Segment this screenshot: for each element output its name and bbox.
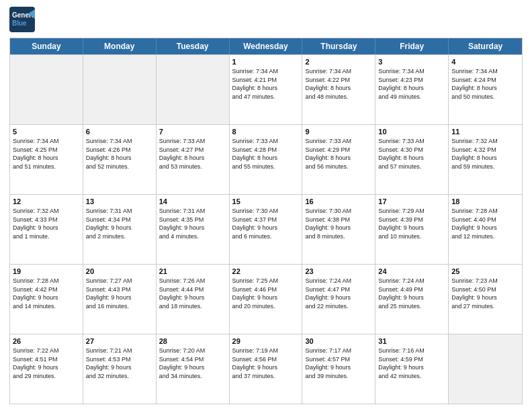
cell-details: Sunrise: 7:34 AM Sunset: 4:21 PM Dayligh… <box>232 67 300 101</box>
calendar-row-3: 12Sunrise: 7:32 AM Sunset: 4:33 PM Dayli… <box>10 194 522 264</box>
cell-details: Sunrise: 7:32 AM Sunset: 4:32 PM Dayligh… <box>451 137 519 171</box>
day-number: 28 <box>159 336 226 346</box>
calendar: SundayMondayTuesdayWednesdayThursdayFrid… <box>9 38 523 404</box>
calendar-cell <box>10 55 83 124</box>
header-day-wednesday: Wednesday <box>230 38 303 54</box>
day-number: 8 <box>232 127 300 136</box>
day-number: 12 <box>13 197 80 206</box>
cell-details: Sunrise: 7:24 AM Sunset: 4:47 PM Dayligh… <box>305 277 372 310</box>
day-number: 15 <box>232 197 300 206</box>
cell-details: Sunrise: 7:34 AM Sunset: 4:25 PM Dayligh… <box>13 137 80 171</box>
day-number: 29 <box>232 336 300 346</box>
calendar-row-1: 1Sunrise: 7:34 AM Sunset: 4:21 PM Daylig… <box>10 54 522 124</box>
cell-details: Sunrise: 7:30 AM Sunset: 4:37 PM Dayligh… <box>232 207 300 240</box>
cell-details: Sunrise: 7:29 AM Sunset: 4:39 PM Dayligh… <box>378 207 445 240</box>
cell-details: Sunrise: 7:28 AM Sunset: 4:42 PM Dayligh… <box>13 277 80 310</box>
cell-details: Sunrise: 7:33 AM Sunset: 4:29 PM Dayligh… <box>305 137 372 171</box>
day-number: 14 <box>159 197 226 206</box>
day-number: 23 <box>305 267 372 276</box>
day-number: 20 <box>86 267 153 276</box>
calendar-cell <box>449 334 522 404</box>
header-day-friday: Friday <box>375 38 449 54</box>
calendar-cell: 19Sunrise: 7:28 AM Sunset: 4:42 PM Dayli… <box>10 265 83 334</box>
cell-details: Sunrise: 7:27 AM Sunset: 4:43 PM Dayligh… <box>86 277 153 310</box>
day-number: 13 <box>86 197 153 206</box>
day-number: 26 <box>13 336 80 346</box>
cell-details: Sunrise: 7:34 AM Sunset: 4:26 PM Dayligh… <box>86 137 153 171</box>
calendar-cell: 11Sunrise: 7:32 AM Sunset: 4:32 PM Dayli… <box>449 125 522 194</box>
calendar-cell: 27Sunrise: 7:21 AM Sunset: 4:53 PM Dayli… <box>83 334 157 404</box>
calendar-cell: 8Sunrise: 7:33 AM Sunset: 4:28 PM Daylig… <box>230 125 303 194</box>
calendar-cell: 24Sunrise: 7:24 AM Sunset: 4:49 PM Dayli… <box>375 265 449 334</box>
calendar-cell: 13Sunrise: 7:31 AM Sunset: 4:34 PM Dayli… <box>83 195 157 264</box>
calendar-cell: 18Sunrise: 7:28 AM Sunset: 4:40 PM Dayli… <box>449 195 522 264</box>
calendar-row-5: 26Sunrise: 7:22 AM Sunset: 4:51 PM Dayli… <box>10 334 522 404</box>
day-number: 11 <box>451 127 519 136</box>
day-number: 9 <box>305 127 372 136</box>
cell-details: Sunrise: 7:23 AM Sunset: 4:50 PM Dayligh… <box>451 277 519 310</box>
cell-details: Sunrise: 7:26 AM Sunset: 4:44 PM Dayligh… <box>159 277 226 310</box>
calendar-cell: 2Sunrise: 7:34 AM Sunset: 4:22 PM Daylig… <box>302 55 375 124</box>
day-number: 24 <box>378 267 445 276</box>
cell-details: Sunrise: 7:34 AM Sunset: 4:23 PM Dayligh… <box>378 67 445 101</box>
cell-details: Sunrise: 7:34 AM Sunset: 4:24 PM Dayligh… <box>451 67 519 101</box>
header-day-tuesday: Tuesday <box>157 38 230 54</box>
calendar-cell <box>157 55 230 124</box>
calendar-cell: 29Sunrise: 7:19 AM Sunset: 4:56 PM Dayli… <box>230 334 303 404</box>
day-number: 30 <box>305 336 372 346</box>
calendar-cell: 7Sunrise: 7:33 AM Sunset: 4:27 PM Daylig… <box>157 125 230 194</box>
calendar-cell: 14Sunrise: 7:31 AM Sunset: 4:35 PM Dayli… <box>157 195 230 264</box>
calendar-cell: 26Sunrise: 7:22 AM Sunset: 4:51 PM Dayli… <box>10 334 83 404</box>
day-number: 18 <box>451 197 519 206</box>
cell-details: Sunrise: 7:34 AM Sunset: 4:22 PM Dayligh… <box>305 67 372 101</box>
cell-details: Sunrise: 7:25 AM Sunset: 4:46 PM Dayligh… <box>232 277 300 310</box>
day-number: 31 <box>378 336 445 346</box>
cell-details: Sunrise: 7:33 AM Sunset: 4:28 PM Dayligh… <box>232 137 300 171</box>
calendar-cell: 4Sunrise: 7:34 AM Sunset: 4:24 PM Daylig… <box>449 55 522 124</box>
day-number: 10 <box>378 127 445 136</box>
calendar-cell: 31Sunrise: 7:16 AM Sunset: 4:59 PM Dayli… <box>375 334 449 404</box>
calendar-cell: 3Sunrise: 7:34 AM Sunset: 4:23 PM Daylig… <box>375 55 449 124</box>
calendar-cell: 25Sunrise: 7:23 AM Sunset: 4:50 PM Dayli… <box>449 265 522 334</box>
day-number: 25 <box>451 267 519 276</box>
page: General Blue SundayMondayTuesdayWednesda… <box>0 0 532 411</box>
day-number: 21 <box>159 267 226 276</box>
calendar-cell: 9Sunrise: 7:33 AM Sunset: 4:29 PM Daylig… <box>302 125 375 194</box>
day-number: 6 <box>86 127 153 136</box>
cell-details: Sunrise: 7:21 AM Sunset: 4:53 PM Dayligh… <box>86 347 153 380</box>
calendar-cell: 20Sunrise: 7:27 AM Sunset: 4:43 PM Dayli… <box>83 265 157 334</box>
day-number: 4 <box>451 57 519 66</box>
calendar-cell: 23Sunrise: 7:24 AM Sunset: 4:47 PM Dayli… <box>302 265 375 334</box>
cell-details: Sunrise: 7:33 AM Sunset: 4:30 PM Dayligh… <box>378 137 445 171</box>
header-day-sunday: Sunday <box>10 38 83 54</box>
day-number: 5 <box>13 127 80 136</box>
calendar-cell: 1Sunrise: 7:34 AM Sunset: 4:21 PM Daylig… <box>230 55 303 124</box>
calendar-cell: 5Sunrise: 7:34 AM Sunset: 4:25 PM Daylig… <box>10 125 83 194</box>
day-number: 16 <box>305 197 372 206</box>
cell-details: Sunrise: 7:24 AM Sunset: 4:49 PM Dayligh… <box>378 277 445 310</box>
calendar-row-4: 19Sunrise: 7:28 AM Sunset: 4:42 PM Dayli… <box>10 264 522 334</box>
header-day-saturday: Saturday <box>449 38 522 54</box>
cell-details: Sunrise: 7:31 AM Sunset: 4:34 PM Dayligh… <box>86 207 153 240</box>
calendar-cell <box>83 55 157 124</box>
cell-details: Sunrise: 7:28 AM Sunset: 4:40 PM Dayligh… <box>451 207 519 240</box>
cell-details: Sunrise: 7:30 AM Sunset: 4:38 PM Dayligh… <box>305 207 372 240</box>
day-number: 22 <box>232 267 300 276</box>
day-number: 7 <box>159 127 226 136</box>
header: General Blue <box>9 7 523 32</box>
calendar-cell: 10Sunrise: 7:33 AM Sunset: 4:30 PM Dayli… <box>375 125 449 194</box>
calendar-header-row: SundayMondayTuesdayWednesdayThursdayFrid… <box>10 38 522 54</box>
day-number: 3 <box>378 57 445 66</box>
cell-details: Sunrise: 7:20 AM Sunset: 4:54 PM Dayligh… <box>159 347 226 380</box>
logo-icon: General Blue <box>9 7 35 32</box>
cell-details: Sunrise: 7:19 AM Sunset: 4:56 PM Dayligh… <box>232 347 300 380</box>
cell-details: Sunrise: 7:33 AM Sunset: 4:27 PM Dayligh… <box>159 137 226 171</box>
day-number: 19 <box>13 267 80 276</box>
day-number: 27 <box>86 336 153 346</box>
calendar-cell: 30Sunrise: 7:17 AM Sunset: 4:57 PM Dayli… <box>302 334 375 404</box>
calendar-cell: 6Sunrise: 7:34 AM Sunset: 4:26 PM Daylig… <box>83 125 157 194</box>
calendar-body: 1Sunrise: 7:34 AM Sunset: 4:21 PM Daylig… <box>10 54 522 404</box>
cell-details: Sunrise: 7:31 AM Sunset: 4:35 PM Dayligh… <box>159 207 226 240</box>
calendar-row-2: 5Sunrise: 7:34 AM Sunset: 4:25 PM Daylig… <box>10 124 522 194</box>
calendar-cell: 12Sunrise: 7:32 AM Sunset: 4:33 PM Dayli… <box>10 195 83 264</box>
